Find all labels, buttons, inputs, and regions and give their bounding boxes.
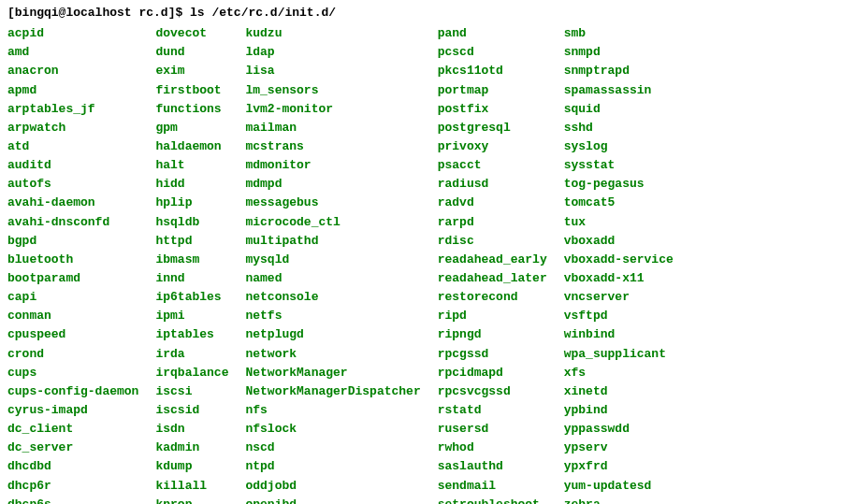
- listing-entry: rusersd: [438, 420, 547, 439]
- listing-entry: multipathd: [245, 232, 420, 251]
- listing-entry: ypserv: [564, 439, 674, 457]
- listing-entry: nscd: [245, 439, 420, 457]
- listing-entry: dhcp6r: [7, 477, 138, 496]
- listing-entry: snmpd: [564, 43, 674, 62]
- listing-entry: innd: [155, 269, 228, 288]
- listing-entry: lm_sensors: [245, 81, 420, 100]
- listing-entry: killall: [155, 477, 228, 496]
- listing-entry: kdump: [155, 457, 228, 476]
- listing-entry: microcode_ctl: [245, 213, 420, 232]
- listing-entry: autofs: [7, 175, 138, 194]
- listing-entry: kprop: [155, 496, 228, 504]
- listing-entry: winbind: [564, 325, 674, 344]
- listing-entry: ripd: [438, 307, 547, 325]
- listing-entry: oddjobd: [245, 477, 420, 496]
- listing-entry: ntpd: [245, 457, 420, 476]
- directory-listing: acpidamdanacronapmdarptables_jfarpwatcha…: [7, 24, 848, 504]
- listing-entry: openibd: [245, 496, 420, 504]
- listing-entry: auditd: [7, 156, 138, 175]
- listing-entry: syslog: [564, 137, 674, 156]
- listing-entry: netfs: [245, 307, 420, 325]
- listing-entry: ip6tables: [155, 288, 228, 307]
- listing-entry: mdmpd: [245, 175, 420, 194]
- listing-entry: dhcp6s: [7, 496, 138, 504]
- listing-column-0: acpidamdanacronapmdarptables_jfarpwatcha…: [7, 24, 138, 504]
- listing-entry: ibmasm: [155, 251, 228, 269]
- listing-entry: conman: [7, 307, 138, 325]
- listing-entry: rstatd: [438, 401, 547, 420]
- listing-entry: exim: [155, 62, 228, 80]
- listing-entry: ypbind: [564, 401, 674, 420]
- listing-entry: dund: [155, 43, 228, 62]
- listing-entry: sshd: [564, 119, 674, 137]
- listing-entry: vboxadd-x11: [564, 269, 674, 288]
- listing-entry: NetworkManagerDispatcher: [245, 382, 420, 401]
- listing-entry: gpm: [155, 119, 228, 137]
- listing-entry: irda: [155, 345, 228, 364]
- listing-entry: vboxadd-service: [564, 251, 674, 269]
- listing-entry: restorecond: [438, 288, 547, 307]
- listing-entry: anacron: [7, 62, 138, 80]
- listing-entry: ypxfrd: [564, 457, 674, 476]
- listing-entry: kadmin: [155, 439, 228, 457]
- listing-entry: spamassassin: [564, 81, 674, 100]
- listing-entry: rpcidmapd: [438, 364, 547, 382]
- listing-column-4: smbsnmpdsnmptrapdspamassassinsquidsshdsy…: [564, 24, 674, 504]
- listing-entry: bluetooth: [7, 251, 138, 269]
- listing-entry: tog-pegasus: [564, 175, 674, 194]
- listing-entry: mdmonitor: [245, 156, 420, 175]
- listing-entry: avahi-dnsconfd: [7, 213, 138, 232]
- listing-entry: yum-updatesd: [564, 477, 674, 496]
- listing-entry: tomcat5: [564, 194, 674, 212]
- listing-entry: capi: [7, 288, 138, 307]
- listing-entry: avahi-daemon: [7, 194, 138, 212]
- listing-entry: ipmi: [155, 307, 228, 325]
- listing-entry: bgpd: [7, 232, 138, 251]
- listing-entry: psacct: [438, 156, 547, 175]
- listing-entry: amd: [7, 43, 138, 62]
- listing-column-2: kudzuldaplisalm_sensorslvm2-monitormailm…: [245, 24, 420, 504]
- listing-entry: rdisc: [438, 232, 547, 251]
- listing-entry: apmd: [7, 81, 138, 100]
- listing-entry: pkcs11otd: [438, 62, 547, 80]
- listing-entry: messagebus: [245, 194, 420, 212]
- listing-entry: radvd: [438, 194, 547, 212]
- listing-entry: lisa: [245, 62, 420, 80]
- listing-entry: rpcsvcgssd: [438, 382, 547, 401]
- listing-column-1: dovecotdundeximfirstbootfunctionsgpmhald…: [155, 24, 228, 504]
- listing-entry: named: [245, 269, 420, 288]
- listing-entry: xinetd: [564, 382, 674, 401]
- listing-entry: nfslock: [245, 420, 420, 439]
- listing-entry: ldap: [245, 43, 420, 62]
- listing-entry: sendmail: [438, 477, 547, 496]
- listing-entry: halt: [155, 156, 228, 175]
- listing-entry: pand: [438, 24, 547, 43]
- listing-entry: iptables: [155, 325, 228, 344]
- listing-entry: vncserver: [564, 288, 674, 307]
- listing-entry: acpid: [7, 24, 138, 43]
- listing-entry: xfs: [564, 364, 674, 382]
- listing-entry: ripngd: [438, 325, 547, 344]
- listing-entry: saslauthd: [438, 457, 547, 476]
- listing-entry: zebra: [564, 496, 674, 504]
- listing-entry: cups-config-daemon: [7, 382, 138, 401]
- listing-entry: iscsid: [155, 401, 228, 420]
- listing-entry: portmap: [438, 81, 547, 100]
- listing-column-3: pandpcscdpkcs11otdportmappostfixpostgres…: [438, 24, 547, 504]
- listing-entry: vsftpd: [564, 307, 674, 325]
- listing-entry: squid: [564, 100, 674, 119]
- listing-entry: vboxadd: [564, 232, 674, 251]
- listing-entry: firstboot: [155, 81, 228, 100]
- listing-entry: netconsole: [245, 288, 420, 307]
- listing-entry: lvm2-monitor: [245, 100, 420, 119]
- listing-entry: atd: [7, 137, 138, 156]
- listing-entry: isdn: [155, 420, 228, 439]
- listing-entry: kudzu: [245, 24, 420, 43]
- listing-entry: hplip: [155, 194, 228, 212]
- listing-entry: rarpd: [438, 213, 547, 232]
- listing-entry: network: [245, 345, 420, 364]
- listing-entry: haldaemon: [155, 137, 228, 156]
- listing-entry: arpwatch: [7, 119, 138, 137]
- listing-entry: cyrus-imapd: [7, 401, 138, 420]
- shell-prompt: [bingqi@localhost rc.d]$ ls /etc/rc.d/in…: [7, 4, 848, 22]
